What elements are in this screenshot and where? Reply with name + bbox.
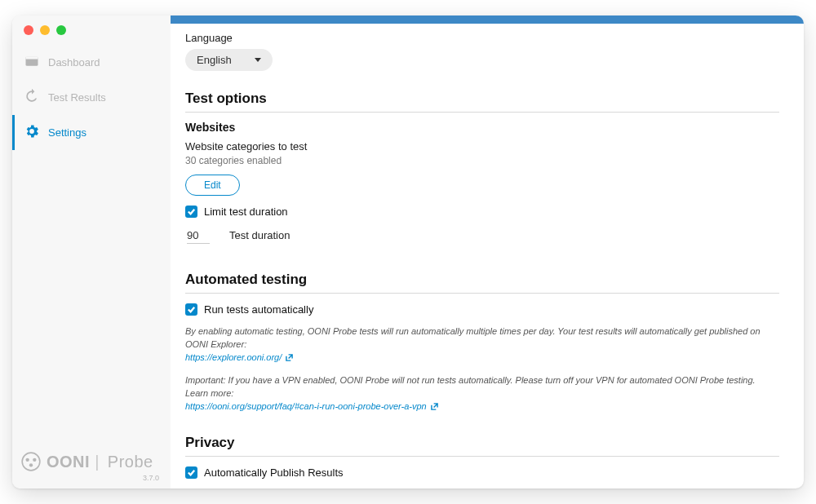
language-select-value: English — [197, 54, 232, 66]
checkbox-checked-icon — [185, 206, 197, 218]
minimize-window-button[interactable] — [40, 25, 50, 35]
limit-duration-checkbox[interactable]: Limit test duration — [185, 206, 779, 218]
external-link-icon — [431, 403, 438, 410]
brand-logo: OONI | Probe — [20, 451, 162, 472]
categories-label: Website categories to test — [185, 140, 779, 153]
section-test-options-heading: Test options — [185, 91, 779, 107]
svg-point-5 — [29, 463, 33, 466]
svg-rect-1 — [26, 56, 38, 59]
ooni-logo-icon — [20, 451, 42, 472]
language-select[interactable]: English — [185, 49, 273, 71]
explorer-link[interactable]: https://explorer.ooni.org/ — [185, 352, 282, 362]
automated-help-2: Important: If you have a VPN enabled, OO… — [185, 374, 779, 413]
faq-vpn-link[interactable]: https://ooni.org/support/faq/#can-i-run-… — [185, 401, 427, 411]
app-version-sidebar: 3.7.0 — [20, 472, 162, 482]
categories-enabled-count: 30 categories enabled — [185, 155, 779, 166]
test-duration-input[interactable] — [187, 229, 210, 244]
divider — [185, 456, 779, 457]
sidebar: Dashboard Test Results Settings OONI | P… — [12, 15, 171, 489]
language-label: Language — [185, 32, 779, 44]
top-accent-bar — [171, 15, 804, 24]
svg-point-3 — [26, 458, 29, 462]
chevron-down-icon — [255, 58, 261, 62]
content-area: Language English Test options Websites W… — [171, 15, 804, 489]
history-icon — [24, 88, 40, 107]
limit-duration-label: Limit test duration — [204, 206, 288, 218]
sidebar-footer: OONI | Probe 3.7.0 — [12, 440, 171, 489]
svg-point-4 — [33, 458, 36, 462]
divider — [185, 112, 779, 113]
sidebar-item-label: Settings — [48, 126, 86, 139]
section-automated-heading: Automated testing — [185, 272, 779, 288]
auto-publish-checkbox[interactable]: Automatically Publish Results — [185, 466, 779, 479]
svg-point-2 — [22, 453, 40, 471]
maximize-window-button[interactable] — [56, 25, 66, 35]
close-window-button[interactable] — [24, 25, 33, 35]
divider — [185, 293, 779, 294]
checkbox-checked-icon — [185, 303, 197, 316]
dashboard-icon — [24, 53, 40, 72]
websites-subheading: Websites — [185, 121, 779, 134]
run-automatically-label: Run tests automatically — [204, 303, 313, 316]
edit-categories-button[interactable]: Edit — [185, 175, 240, 196]
run-automatically-checkbox[interactable]: Run tests automatically — [185, 303, 779, 316]
external-link-icon — [286, 354, 293, 361]
test-duration-label: Test duration — [229, 229, 290, 241]
sidebar-item-test-results[interactable]: Test Results — [12, 80, 171, 115]
app-window: Dashboard Test Results Settings OONI | P… — [12, 15, 804, 489]
auto-publish-label: Automatically Publish Results — [204, 466, 344, 479]
sidebar-item-dashboard[interactable]: Dashboard — [12, 45, 171, 80]
brand-name-light: Probe — [108, 453, 153, 471]
sidebar-item-label: Test Results — [48, 91, 106, 104]
brand-name-bold: OONI — [47, 453, 90, 471]
automated-help-1: By enabling automatic testing, OONI Prob… — [185, 325, 779, 365]
section-privacy-heading: Privacy — [185, 435, 779, 451]
gear-icon — [24, 123, 40, 142]
checkbox-checked-icon — [185, 466, 197, 479]
window-controls — [12, 15, 171, 45]
sidebar-item-settings[interactable]: Settings — [12, 115, 171, 150]
sidebar-item-label: Dashboard — [48, 56, 100, 69]
